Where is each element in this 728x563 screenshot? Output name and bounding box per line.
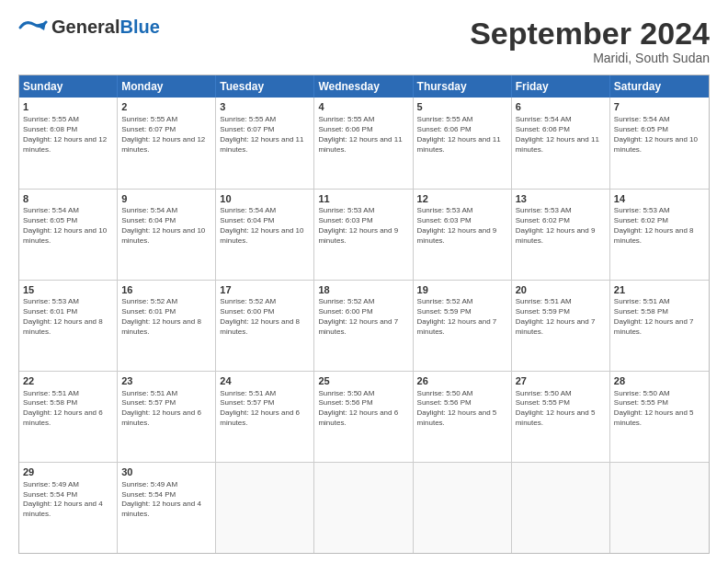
day-22: 22 Sunrise: 5:51 AM Sunset: 5:58 PM Dayl…	[19, 372, 118, 462]
day-30: 30 Sunrise: 5:49 AM Sunset: 5:54 PM Dayl…	[118, 463, 216, 553]
week-row-1: 1 Sunrise: 5:55 AM Sunset: 6:08 PM Dayli…	[19, 98, 709, 189]
week-row-2: 8 Sunrise: 5:54 AM Sunset: 6:05 PM Dayli…	[19, 190, 709, 281]
day-19: 19 Sunrise: 5:52 AM Sunset: 5:59 PM Dayl…	[414, 281, 512, 371]
logo-icon	[18, 17, 48, 38]
day-23: 23 Sunrise: 5:51 AM Sunset: 5:57 PM Dayl…	[118, 372, 216, 462]
week-row-5: 29 Sunrise: 5:49 AM Sunset: 5:54 PM Dayl…	[19, 463, 709, 553]
day-25: 25 Sunrise: 5:50 AM Sunset: 5:56 PM Dayl…	[314, 372, 413, 462]
day-18: 18 Sunrise: 5:52 AM Sunset: 6:00 PM Dayl…	[314, 281, 413, 371]
week-row-4: 22 Sunrise: 5:51 AM Sunset: 5:58 PM Dayl…	[19, 372, 709, 463]
logo-general: General	[51, 17, 119, 37]
day-4: 4 Sunrise: 5:55 AM Sunset: 6:06 PM Dayli…	[314, 98, 413, 188]
daylight-2: Daylight: 12 hours and 12 minutes.	[121, 135, 205, 154]
day-7: 7 Sunrise: 5:54 AM Sunset: 6:05 PM Dayli…	[610, 98, 709, 188]
sunrise-1: Sunrise: 5:55 AM	[23, 115, 79, 123]
logo-blue: Blue	[119, 17, 159, 37]
header-wednesday: Wednesday	[314, 75, 413, 98]
day-2: 2 Sunrise: 5:55 AM Sunset: 6:07 PM Dayli…	[118, 98, 216, 188]
empty-cell-3	[414, 463, 512, 553]
day-20: 20 Sunrise: 5:51 AM Sunset: 5:59 PM Dayl…	[512, 281, 610, 371]
day-15: 15 Sunrise: 5:53 AM Sunset: 6:01 PM Dayl…	[19, 281, 118, 371]
week-row-3: 15 Sunrise: 5:53 AM Sunset: 6:01 PM Dayl…	[19, 281, 709, 372]
day-13: 13 Sunrise: 5:53 AM Sunset: 6:02 PM Dayl…	[512, 190, 610, 280]
day-21: 21 Sunrise: 5:51 AM Sunset: 5:58 PM Dayl…	[610, 281, 709, 371]
month-title: September 2024	[470, 17, 710, 51]
page: GeneralBlue September 2024 Maridi, South…	[0, 0, 728, 563]
day-3: 3 Sunrise: 5:55 AM Sunset: 6:07 PM Dayli…	[216, 98, 314, 188]
header-monday: Monday	[118, 75, 216, 98]
empty-cell-2	[314, 463, 413, 553]
header: GeneralBlue September 2024 Maridi, South…	[18, 17, 710, 65]
day-24: 24 Sunrise: 5:51 AM Sunset: 5:57 PM Dayl…	[216, 372, 314, 462]
sunrise-2: Sunrise: 5:55 AM	[121, 115, 177, 123]
header-thursday: Thursday	[414, 75, 512, 98]
logo-text: GeneralBlue	[51, 17, 160, 38]
title-block: September 2024 Maridi, South Sudan	[470, 17, 710, 65]
day-11: 11 Sunrise: 5:53 AM Sunset: 6:03 PM Dayl…	[314, 190, 413, 280]
day-8: 8 Sunrise: 5:54 AM Sunset: 6:05 PM Dayli…	[19, 190, 118, 280]
sunset-2: Sunset: 6:07 PM	[121, 125, 176, 133]
day-6: 6 Sunrise: 5:54 AM Sunset: 6:06 PM Dayli…	[512, 98, 610, 188]
logo: GeneralBlue	[18, 17, 160, 38]
day-26: 26 Sunrise: 5:50 AM Sunset: 5:56 PM Dayl…	[414, 372, 512, 462]
day-10: 10 Sunrise: 5:54 AM Sunset: 6:04 PM Dayl…	[216, 190, 314, 280]
day-29: 29 Sunrise: 5:49 AM Sunset: 5:54 PM Dayl…	[19, 463, 118, 553]
empty-cell-4	[512, 463, 610, 553]
sunset-1: Sunset: 6:08 PM	[23, 125, 77, 133]
day-16: 16 Sunrise: 5:52 AM Sunset: 6:01 PM Dayl…	[118, 281, 216, 371]
header-tuesday: Tuesday	[216, 75, 314, 98]
day-9: 9 Sunrise: 5:54 AM Sunset: 6:04 PM Dayli…	[118, 190, 216, 280]
day-5: 5 Sunrise: 5:55 AM Sunset: 6:06 PM Dayli…	[414, 98, 512, 188]
location: Maridi, South Sudan	[470, 51, 710, 65]
day-27: 27 Sunrise: 5:50 AM Sunset: 5:55 PM Dayl…	[512, 372, 610, 462]
empty-cell-1	[216, 463, 314, 553]
calendar: Sunday Monday Tuesday Wednesday Thursday…	[18, 75, 710, 554]
empty-cell-5	[610, 463, 709, 553]
header-friday: Friday	[512, 75, 610, 98]
calendar-header: Sunday Monday Tuesday Wednesday Thursday…	[19, 75, 709, 98]
day-12: 12 Sunrise: 5:53 AM Sunset: 6:03 PM Dayl…	[414, 190, 512, 280]
daylight-1: Daylight: 12 hours and 12 minutes.	[23, 135, 107, 154]
day-1: 1 Sunrise: 5:55 AM Sunset: 6:08 PM Dayli…	[19, 98, 118, 188]
day-17: 17 Sunrise: 5:52 AM Sunset: 6:00 PM Dayl…	[216, 281, 314, 371]
header-sunday: Sunday	[19, 75, 118, 98]
day-14: 14 Sunrise: 5:53 AM Sunset: 6:02 PM Dayl…	[610, 190, 709, 280]
header-saturday: Saturday	[610, 75, 709, 98]
calendar-body: 1 Sunrise: 5:55 AM Sunset: 6:08 PM Dayli…	[19, 98, 709, 553]
day-28: 28 Sunrise: 5:50 AM Sunset: 5:55 PM Dayl…	[610, 372, 709, 462]
